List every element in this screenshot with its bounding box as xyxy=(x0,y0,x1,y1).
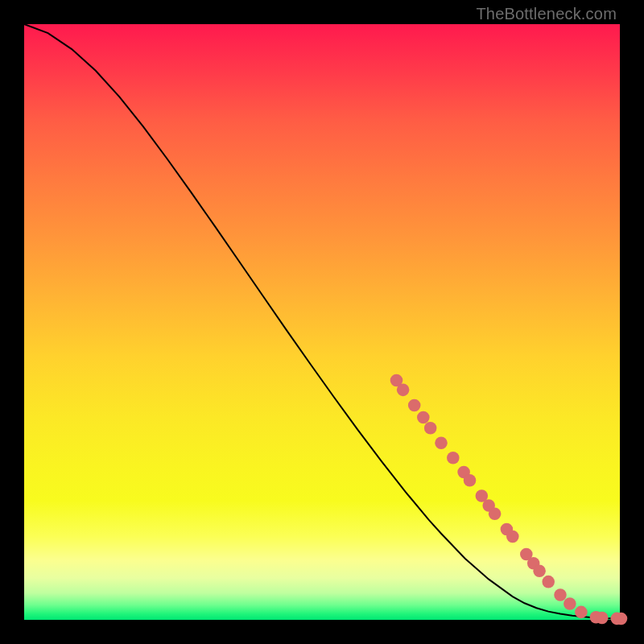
curve-marker xyxy=(397,384,410,397)
chart-area xyxy=(24,24,620,620)
curve-marker xyxy=(417,411,430,424)
curve-marker xyxy=(554,588,567,601)
curve-marker xyxy=(615,613,628,625)
curve-marker xyxy=(506,530,519,543)
curve-marker xyxy=(447,452,460,464)
curve-marker xyxy=(464,474,477,487)
curve-marker xyxy=(435,436,448,449)
curve-line xyxy=(24,24,620,619)
curve-marker xyxy=(542,576,555,588)
curve-markers xyxy=(390,374,628,625)
curve-marker xyxy=(596,612,609,625)
watermark-text: TheBottleneck.com xyxy=(476,5,617,23)
curve-marker xyxy=(564,597,576,610)
curve-marker xyxy=(424,422,437,435)
chart-svg xyxy=(24,24,620,620)
curve-marker xyxy=(489,508,502,521)
curve-marker xyxy=(575,606,588,619)
curve-marker xyxy=(533,565,546,578)
curve-marker xyxy=(408,399,421,412)
